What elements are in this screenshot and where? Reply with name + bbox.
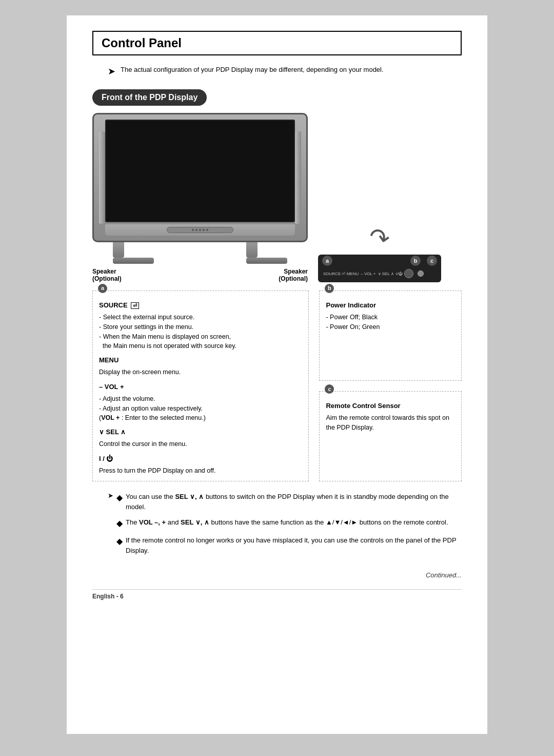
desc-box-b: b Power Indicator - Power Off; Black - P… [319,290,462,381]
curved-arrow-icon: ↷ [367,222,392,254]
tv-leg-left-group [113,242,154,264]
tv-screen [105,120,295,222]
tv-leg-right [246,242,258,258]
page-title: Control Panel [102,36,452,50]
source-title: SOURCE ⏎ [99,300,302,311]
cp-power-button[interactable] [404,269,413,278]
desc-label-a: a [98,284,107,293]
bullet-icon-1: ◆ [116,492,123,505]
desc-box-a: a SOURCE ⏎ - Select the external input s… [92,290,309,481]
cp-power-dot [418,270,424,277]
tv-sides [99,120,301,236]
bottom-note-3: ◆ If the remote control no longer works … [116,535,462,556]
tv-control-dot [195,229,197,231]
footer: English - 6 [92,589,462,600]
cp-vol-text: – VOL + [361,272,375,276]
cp-power-text: I/⏻ [396,272,402,276]
bottom-notes: ➤ ◆ You can use the SEL ∨, ∧ buttons to … [108,492,462,561]
tv-diagram-area: Speaker (Optional) Speaker (Optional) ↷ … [92,113,462,282]
tv-base-left [113,258,154,264]
source-icon: ⏎ [131,302,139,309]
tv-side-left [99,131,105,224]
section-heading: Front of the PDP Display [92,89,207,106]
page: Control Panel ➤ The actual configuration… [67,15,487,734]
zoom-area: ↷ a b c SOURCE ⏎ MENU – VOL + ∨ SEL ∧ I/… [318,223,441,282]
bullet-icon-3: ◆ [116,535,123,548]
sel-title: ∨ SEL ∧ [99,427,302,437]
bottom-notes-group: ➤ ◆ You can use the SEL ∨, ∧ buttons to … [108,492,462,561]
desc-bc-column: b Power Indicator - Power Off; Black - P… [319,290,462,481]
speaker-right-label: Speaker (Optional) [279,268,308,282]
desc-box-c: c Remote Control Sensor Aim the remote c… [319,391,462,481]
speaker-left-label: Speaker (Optional) [92,268,122,282]
power-indicator-lines: - Power Off; Black - Power On; Green [326,313,455,332]
power-line: Press to turn the PDP Display on and off… [99,466,302,476]
tv-stand [92,242,308,264]
tv-display: Speaker (Optional) Speaker (Optional) [92,113,308,282]
tv-main-body [105,120,295,236]
bullet-icon-2: ◆ [116,517,123,530]
tv-bottom-bar [105,224,295,236]
continued-text: Continued... [92,571,462,579]
power-title: I / ⏻ [99,454,302,464]
tv-side-right [295,131,301,224]
tv-controls-bar [167,227,233,233]
menu-title: MENU [99,355,302,365]
desc-label-b: b [325,284,334,293]
label-c-badge: c [427,256,437,266]
tv-speaker-labels: Speaker (Optional) Speaker (Optional) [92,268,308,282]
tv-outer [92,113,308,242]
bottom-note-1: ◆ You can use the SEL ∨, ∧ buttons to sw… [116,492,462,512]
menu-line: Display the on-screen menu. [99,367,302,377]
source-lines: - Select the external input source. - St… [99,313,302,351]
desc-row: a SOURCE ⏎ - Select the external input s… [92,290,462,481]
arrow-icon-bottom: ➤ [108,492,113,499]
desc-label-c: c [325,384,334,394]
cp-buttons-row: SOURCE ⏎ MENU – VOL + ∨ SEL ∧ I/⏻ [323,269,436,278]
remote-sensor-line: Aim the remote control towards this spot… [326,413,455,433]
remote-sensor-title: Remote Control Sensor [326,401,455,411]
bottom-bullet-list: ◆ You can use the SEL ∨, ∧ buttons to sw… [116,492,462,561]
vol-title: – VOL + [99,382,302,392]
arrow-icon: ➤ [108,66,115,77]
power-indicator-title: Power Indicator [326,300,455,311]
note-block: ➤ The actual configuration of your PDP D… [108,65,462,77]
tv-leg-right-group [246,242,287,264]
sel-line: Control the cursor in the menu. [99,439,302,449]
label-b-badge: b [410,256,421,266]
tv-control-dot [192,229,194,231]
tv-control-dot [203,229,205,231]
label-a-badge: a [322,256,332,266]
tv-control-dot [206,229,208,231]
cp-sel-text: ∨ SEL ∧ [378,272,394,276]
footer-language: English - 6 [92,593,124,600]
tv-leg-left [113,242,124,258]
bottom-note-2: ◆ The VOL –, + and SEL ∨, ∧ buttons have… [116,517,462,530]
tv-control-dot [199,229,201,231]
note-text: The actual configuration of your PDP Dis… [121,65,384,75]
control-panel-zoomed: a b c SOURCE ⏎ MENU – VOL + ∨ SEL ∧ I/⏻ [318,255,441,282]
tv-base-right [246,258,287,264]
cp-source-text: SOURCE ⏎ MENU [323,272,359,276]
vol-lines: - Adjust the volume. - Adjust an option … [99,394,302,423]
title-bar: Control Panel [92,31,462,55]
